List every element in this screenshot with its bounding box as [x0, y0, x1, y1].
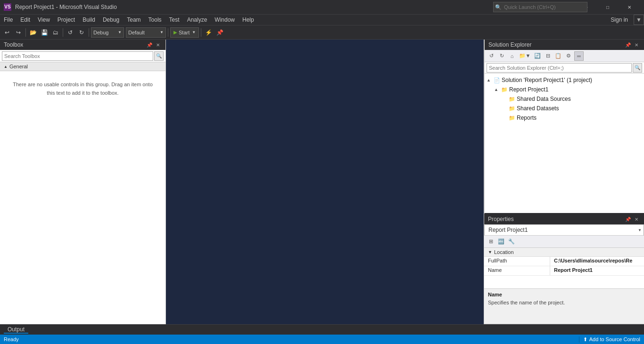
redo-button[interactable]: ↪: [13, 27, 24, 38]
menu-window[interactable]: Window: [211, 14, 239, 25]
group-label: General: [9, 64, 28, 69]
menu-edit[interactable]: Edit: [17, 14, 34, 25]
undo2-button[interactable]: ↺: [65, 27, 75, 38]
redo2-button[interactable]: ↻: [76, 27, 87, 38]
props-controls: 📌 ✕: [624, 215, 640, 223]
menu-project[interactable]: Project: [54, 14, 79, 25]
quick-launch-input[interactable]: [493, 2, 587, 12]
toolbox-empty-message: There are no usable controls in this gro…: [0, 71, 165, 106]
open-button[interactable]: 📂: [28, 27, 38, 38]
menu-tools[interactable]: Tools: [145, 14, 165, 25]
toolbox-close-button[interactable]: ✕: [154, 41, 162, 49]
se-search-button[interactable]: 🔍: [633, 63, 642, 73]
save-button[interactable]: 💾: [39, 27, 50, 38]
props-toolbar: ⊞ 🔤 🔧: [484, 236, 644, 248]
platform-dropdown[interactable]: Default ▼: [126, 27, 166, 38]
menu-team[interactable]: Team: [123, 14, 144, 25]
props-desc-text: Specifies the name of the project.: [488, 299, 640, 306]
menu-debug[interactable]: Debug: [99, 14, 123, 25]
menu-view[interactable]: View: [34, 14, 54, 25]
reports-label: Reports: [517, 115, 537, 121]
props-alpha-button[interactable]: 🔤: [496, 237, 506, 246]
expand-menu-button[interactable]: ▼: [634, 15, 644, 25]
se-home-button[interactable]: ⌂: [507, 51, 517, 61]
props-pin-button[interactable]: 📌: [624, 215, 632, 223]
add-source-label: Add to Source Control: [589, 336, 640, 342]
right-panels: Solution Explorer 📌 ✕ ↺ ↻ ⌂ 📁▼ 🔄 ⊟ 📋 ⚙ ═: [484, 40, 644, 324]
solution-expand-icon: ▲: [487, 78, 492, 82]
restore-button[interactable]: □: [597, 0, 619, 14]
solution-label: Solution 'Report Project1' (1 project): [502, 77, 592, 83]
menu-analyze[interactable]: Analyze: [183, 14, 211, 25]
se-close-button[interactable]: ✕: [633, 41, 640, 49]
add-source-icon: ⬆: [583, 336, 587, 343]
window-title: Report Project1 - Microsoft Visual Studi…: [15, 4, 441, 10]
props-name-label: Name: [484, 266, 550, 275]
play-icon: ▶: [173, 30, 177, 35]
ready-status: Ready: [4, 336, 19, 342]
se-search-bar: 🔍: [485, 62, 644, 74]
sign-in-link[interactable]: Sign in: [605, 14, 634, 25]
tree-project[interactable]: ▲ 📁 Report Project1: [485, 85, 644, 94]
start-dropdown-arrow: ▼: [192, 30, 196, 34]
toolbox-search-input[interactable]: [2, 51, 153, 61]
save-all-button[interactable]: 🗂: [50, 27, 61, 38]
props-desc-title: Name: [488, 292, 640, 297]
status-left: Ready: [4, 336, 579, 342]
undo-button[interactable]: ↩: [2, 27, 12, 38]
toolbar-separator-5: [201, 28, 201, 37]
props-object-selector[interactable]: Report Project1 ▼: [484, 224, 644, 236]
toolbox-controls: 📌 ✕: [146, 41, 162, 49]
toolbox-search-bar: 🔍: [0, 50, 165, 62]
se-back-button[interactable]: ↺: [487, 51, 496, 61]
se-refresh-button[interactable]: 🔄: [533, 51, 542, 61]
menu-build[interactable]: Build: [79, 14, 99, 25]
tree-solution[interactable]: ▲ 📄 Solution 'Report Project1' (1 projec…: [485, 75, 644, 85]
reports-folder-icon: 📁: [508, 114, 516, 122]
toolbox-general-group[interactable]: ▲ General: [0, 62, 165, 71]
add-source-control[interactable]: ⬆ Add to Source Control: [579, 336, 640, 343]
editor-area: [166, 40, 484, 324]
props-dropdown-arrow: ▼: [638, 228, 642, 232]
menu-file[interactable]: File: [0, 14, 17, 25]
menu-help[interactable]: Help: [239, 14, 258, 25]
tree-shared-datasources[interactable]: 📁 Shared Data Sources: [485, 94, 644, 104]
props-description: Name Specifies the name of the project.: [484, 288, 644, 324]
main-layout: Toolbox 📌 ✕ 🔍 ▲ General There are no usa…: [0, 40, 644, 324]
props-categorized-button[interactable]: ⊞: [486, 237, 495, 246]
start-button[interactable]: ▶ Start ▼: [170, 27, 199, 38]
props-name-value: Report Project1: [550, 266, 644, 275]
props-close-button[interactable]: ✕: [633, 215, 640, 223]
toolbox-title: Toolbox: [4, 41, 146, 48]
toolbar-separator-4: [168, 28, 168, 37]
close-button[interactable]: ✕: [619, 0, 640, 14]
quick-launch-search-icon: 🔍: [495, 4, 502, 10]
se-search-input[interactable]: [487, 63, 632, 73]
se-collapse-button[interactable]: ⊟: [543, 51, 553, 61]
se-properties-button[interactable]: ⚙: [564, 51, 573, 61]
props-spanner-button[interactable]: 🔧: [507, 237, 516, 246]
se-pin-button[interactable]: 📌: [624, 41, 632, 49]
props-row-name[interactable]: Name Report Project1: [484, 266, 644, 276]
toolbox-pin-button[interactable]: 📌: [146, 41, 153, 49]
se-forward-button[interactable]: ↻: [497, 51, 506, 61]
shared-datasources-label: Shared Data Sources: [517, 96, 571, 102]
shared-datasets-label: Shared Datasets: [517, 105, 559, 112]
output-tab[interactable]: Output: [4, 326, 28, 334]
debug-config-dropdown[interactable]: Debug ▼: [91, 27, 124, 38]
extra-tools-button[interactable]: ⚡: [203, 27, 214, 38]
se-show-all-button[interactable]: 📁▼: [518, 51, 532, 61]
se-pending-changes-button[interactable]: 📋: [553, 51, 563, 61]
toolbar: ↩ ↪ 📂 💾 🗂 ↺ ↻ Debug ▼ Default ▼ ▶ Start …: [0, 25, 644, 40]
tree-reports[interactable]: 📁 Reports: [485, 113, 644, 123]
se-preview-button[interactable]: ═: [574, 51, 584, 61]
props-content: ▼ Location FullPath C:\Users\dlima\sourc…: [484, 248, 644, 288]
se-controls: 📌 ✕: [624, 41, 640, 49]
toolbox-search-button[interactable]: 🔍: [154, 51, 164, 61]
solution-explorer-panel: Solution Explorer 📌 ✕ ↺ ↻ ⌂ 📁▼ 🔄 ⊟ 📋 ⚙ ═: [484, 40, 644, 214]
se-header: Solution Explorer 📌 ✕: [485, 40, 644, 50]
pins-button[interactable]: 📌: [215, 27, 225, 38]
menu-test[interactable]: Test: [165, 14, 183, 25]
tree-shared-datasets[interactable]: 📁 Shared Datasets: [485, 104, 644, 113]
props-row-fullpath[interactable]: FullPath C:\Users\dlima\source\repos\Re: [484, 257, 644, 266]
